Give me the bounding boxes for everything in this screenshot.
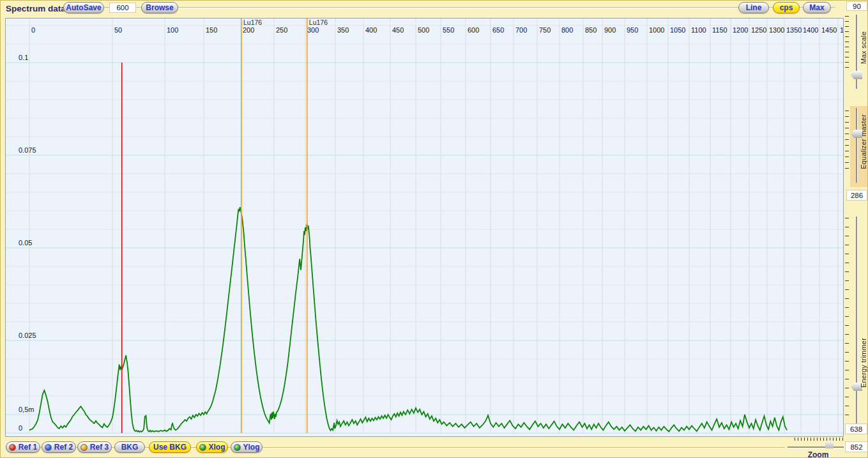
max-scale-slider-thumb[interactable] — [851, 71, 862, 79]
ref1-button[interactable]: Ref 1 — [6, 441, 40, 453]
svg-text:Lu176: Lu176 — [243, 19, 262, 26]
page-title: Spectrum data — [6, 4, 66, 13]
svg-text:1050: 1050 — [670, 26, 685, 34]
energy-trimmer-slider-ticks — [845, 218, 849, 424]
ref3-label: Ref 3 — [90, 443, 109, 452]
equalizer-value: 286 — [851, 192, 863, 199]
browse-button[interactable]: Browse — [141, 2, 178, 13]
svg-text:200: 200 — [243, 26, 254, 34]
svg-text:600: 600 — [468, 26, 479, 34]
line-mode-label: Line — [746, 3, 762, 12]
svg-text:1450: 1450 — [821, 26, 837, 34]
max-scale-value: 90 — [853, 3, 861, 10]
svg-text:900: 900 — [604, 26, 616, 34]
equalizer-slider-ticks — [845, 111, 849, 174]
svg-text:0,5m: 0,5m — [19, 406, 34, 413]
bkg-label: BKG — [121, 443, 139, 452]
svg-text:550: 550 — [443, 26, 454, 34]
ref3-led-icon — [80, 444, 88, 451]
bkg-button[interactable]: BKG — [114, 441, 145, 453]
energy-trimmer-value: 638 — [850, 425, 862, 433]
zoom-slider-track[interactable] — [788, 447, 844, 448]
xlog-button[interactable]: Xlog — [196, 441, 228, 453]
svg-text:100: 100 — [167, 26, 178, 34]
ylog-button[interactable]: Ylog — [231, 441, 263, 453]
cps-mode-label: cps — [780, 3, 793, 12]
ylog-led-icon — [234, 444, 241, 451]
svg-text:150: 150 — [206, 26, 217, 34]
ref2-led-icon — [45, 444, 52, 451]
svg-text:650: 650 — [492, 26, 504, 34]
svg-text:0.05: 0.05 — [19, 239, 32, 247]
energy-trimmer-slider-label: Energy trimmer — [860, 338, 867, 388]
file-number-value: 600 — [116, 4, 128, 11]
svg-text:1300: 1300 — [769, 26, 784, 34]
svg-text:800: 800 — [561, 26, 573, 34]
svg-text:450: 450 — [392, 26, 404, 34]
energy-trimmer-value-field[interactable]: 638 — [845, 424, 867, 434]
svg-text:700: 700 — [515, 26, 527, 34]
svg-text:1000: 1000 — [649, 26, 664, 34]
svg-text:1200: 1200 — [733, 26, 748, 34]
svg-text:0.025: 0.025 — [19, 332, 36, 339]
zoom-slider-thumb[interactable] — [825, 440, 834, 448]
svg-text:0: 0 — [31, 26, 35, 34]
svg-text:0.1: 0.1 — [19, 54, 28, 61]
ref2-button[interactable]: Ref 2 — [42, 441, 76, 453]
svg-text:0.075: 0.075 — [19, 146, 36, 154]
svg-text:1350: 1350 — [786, 26, 802, 34]
ref2-label: Ref 2 — [54, 443, 73, 452]
xlog-led-icon — [199, 444, 206, 451]
file-number-field[interactable]: 600 — [109, 3, 136, 13]
line-mode-button[interactable]: Line — [738, 2, 769, 13]
equalizer-value-field[interactable]: 286 — [846, 190, 867, 201]
autosave-button[interactable]: AutoSave — [63, 2, 104, 13]
zoom-slider-ticks — [795, 438, 843, 441]
xlog-label: Xlog — [209, 443, 225, 452]
app-window: Spectrum data AutoSave 600 Browse Line c… — [0, 0, 868, 458]
svg-text:750: 750 — [539, 26, 551, 34]
svg-text:1500: 1500 — [840, 26, 843, 34]
energy-trimmer-slider-track[interactable] — [856, 217, 857, 424]
svg-text:850: 850 — [585, 26, 597, 34]
equalizer-slider-label: Equalizer master — [860, 114, 867, 169]
ref1-label: Ref 1 — [19, 443, 37, 452]
svg-text:Lu176: Lu176 — [309, 19, 328, 26]
svg-text:350: 350 — [337, 26, 349, 34]
max-scale-slider-label: Max scale — [860, 31, 867, 64]
svg-text:1150: 1150 — [712, 26, 727, 34]
ylog-label: Ylog — [243, 443, 260, 452]
browse-button-label: Browse — [146, 3, 173, 12]
svg-text:500: 500 — [418, 26, 429, 34]
zoom-slider-label: Zoom — [793, 450, 844, 458]
svg-text:400: 400 — [365, 26, 377, 34]
footer-bar: Ref 1 Ref 2 Ref 3 BKG Use BKG Xlog Ylog … — [1, 436, 868, 458]
svg-text:0: 0 — [19, 424, 22, 432]
max-scale-slider-ticks — [845, 16, 849, 71]
header-bar: Spectrum data AutoSave 600 Browse Line c… — [1, 1, 868, 18]
max-mode-button[interactable]: Max — [803, 2, 831, 13]
spectrum-chart[interactable]: Lu176Lu176050100150200250300350400450500… — [6, 19, 843, 436]
svg-text:950: 950 — [627, 26, 638, 34]
equalizer-slider-track[interactable] — [856, 108, 857, 183]
max-scale-value-field[interactable]: 90 — [846, 1, 867, 11]
zoom-value: 852 — [850, 443, 862, 451]
use-bkg-label: Use BKG — [153, 443, 187, 452]
svg-text:1250: 1250 — [751, 26, 766, 34]
ref1-led-icon — [9, 444, 16, 451]
svg-text:1100: 1100 — [691, 26, 706, 34]
svg-text:250: 250 — [276, 26, 287, 34]
max-mode-label: Max — [809, 3, 824, 12]
svg-text:1400: 1400 — [803, 26, 818, 34]
use-bkg-button[interactable]: Use BKG — [149, 441, 191, 453]
spectrum-plot-panel[interactable]: Lu176Lu176050100150200250300350400450500… — [5, 18, 844, 437]
autosave-button-label: AutoSave — [66, 3, 101, 12]
svg-text:50: 50 — [114, 26, 122, 34]
zoom-value-field[interactable]: 852 — [845, 441, 868, 452]
svg-text:300: 300 — [307, 26, 319, 34]
cps-mode-button[interactable]: cps — [773, 2, 800, 13]
ref3-button[interactable]: Ref 3 — [77, 441, 112, 453]
